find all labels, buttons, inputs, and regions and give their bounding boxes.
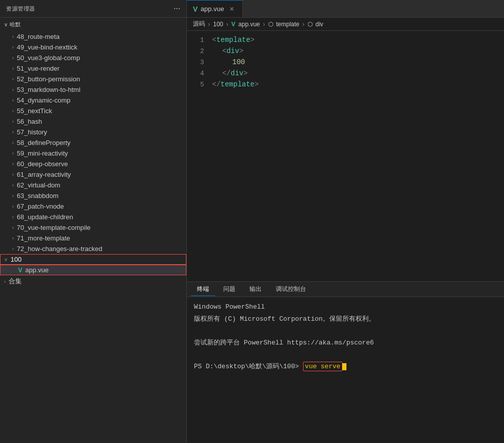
terminal-line-5 [194, 350, 497, 360]
sidebar-item-label: 68_update-children [17, 213, 73, 221]
terminal-command-highlight: vue serve [303, 362, 342, 371]
breadcrumb-source: 源码 [193, 20, 205, 28]
sidebar-header: 资源管理器 ··· [0, 0, 187, 17]
tab-close-button[interactable]: ✕ [227, 5, 236, 14]
code-editor[interactable]: 1 <template> 2 <div> 3 100 4 [187, 31, 504, 281]
terminal-line-3 [194, 326, 497, 336]
line-number-3: 3 [187, 59, 212, 66]
sidebar-item-59[interactable]: › 59_mini-reactivity [0, 148, 186, 159]
line-content-3: 100 [212, 58, 504, 66]
terminal-text: 版权所有 (C) Microsoft Corporation。保留所有权利。 [194, 315, 375, 323]
sidebar-item-label: 63_snabbdom [17, 192, 58, 200]
sidebar-item-52[interactable]: › 52_button-permission [0, 74, 186, 84]
sidebar-item-100[interactable]: ∨ 100 [0, 254, 186, 265]
sidebar-item-58[interactable]: › 58_defineProperty [0, 137, 186, 148]
sidebar-item-60[interactable]: › 60_deep-observe [0, 159, 186, 169]
vue-file-icon: V [18, 267, 22, 274]
top-bar: 资源管理器 ··· V app.vue ✕ [0, 0, 504, 18]
sidebar-item-label: 72_how-changes-are-tracked [17, 245, 102, 253]
sidebar-item-collection[interactable]: › 合集 [0, 275, 186, 287]
sidebar-item-label: 53_markdown-to-html [17, 86, 80, 93]
terminal-line-4: 尝试新的跨平台 PowerShell https://aka.ms/pscore… [194, 338, 497, 348]
chevron-icon: › [12, 204, 14, 209]
line-number-4: 4 [187, 70, 212, 77]
sidebar-item-label: 50_vue3-global-comp [17, 54, 80, 62]
sidebar-item-61[interactable]: › 61_array-reactivity [0, 169, 186, 180]
sidebar-item-label: 67_patch-vnode [17, 203, 64, 210]
sidebar-section-label: 哈默 [10, 21, 21, 28]
sidebar-item-49[interactable]: › 49_vue-bind-nexttick [0, 42, 186, 53]
sidebar-item-57[interactable]: › 57_history [0, 127, 186, 137]
breadcrumb-vue-icon: V [231, 21, 235, 28]
line-number-2: 2 [187, 47, 212, 55]
sidebar-folder-label: 100 [11, 256, 22, 263]
chevron-icon: › [12, 44, 14, 50]
breadcrumb-sep-3: › [263, 21, 265, 28]
chevron-icon: › [12, 97, 14, 103]
terminal-tabs: 终端 问题 输出 调试控制台 [187, 282, 504, 297]
code-line-5: 5 </template> [187, 80, 504, 91]
sidebar-item-62[interactable]: › 62_virtual-dom [0, 180, 186, 190]
main-layout: ∨ 哈默 › 48_route-meta › 49_vue-bind-nextt… [0, 18, 504, 443]
chevron-icon: › [12, 214, 14, 220]
breadcrumb-sep-4: › [303, 21, 305, 28]
terminal-content[interactable]: Windows PowerShell 版权所有 (C) Microsoft Co… [187, 297, 504, 443]
sidebar-item-label: 58_defineProperty [17, 139, 70, 146]
sidebar-item-51[interactable]: › 51_vue-render [0, 63, 186, 74]
chevron-icon: › [12, 108, 14, 114]
code-line-1: 1 <template> [187, 36, 504, 47]
sidebar-section-hammock[interactable]: ∨ 哈默 [0, 18, 186, 31]
chevron-icon: › [12, 172, 14, 177]
sidebar: ∨ 哈默 › 48_route-meta › 49_vue-bind-nextt… [0, 18, 187, 443]
chevron-icon: › [12, 151, 14, 156]
tab-app-vue[interactable]: V app.vue ✕ [187, 0, 243, 17]
sidebar-item-50[interactable]: › 50_vue3-global-comp [0, 53, 186, 63]
sidebar-item-71[interactable]: › 71_more-template [0, 233, 186, 243]
chevron-icon: › [12, 34, 14, 39]
terminal-text: 尝试新的跨平台 PowerShell https://aka.ms/pscore… [194, 339, 374, 347]
explorer-title: 资源管理器 [6, 5, 35, 13]
terminal-area: 终端 问题 输出 调试控制台 Windows PowerShell 版权所有 (… [187, 281, 504, 443]
terminal-line-2: 版权所有 (C) Microsoft Corporation。保留所有权利。 [194, 314, 497, 324]
explorer-menu-button[interactable]: ··· [174, 4, 180, 13]
folder-chevron-icon: ∨ [4, 257, 8, 262]
breadcrumb-sep-2: › [226, 21, 228, 28]
line-content-2: <div> [212, 47, 504, 55]
tab-vue-icon: V [193, 5, 197, 13]
chevron-icon: › [12, 182, 14, 188]
chevron-icon: › [12, 193, 14, 199]
sidebar-items-list: › 48_route-meta › 49_vue-bind-nexttick ›… [0, 31, 186, 443]
editor-area: 源码 › 100 › V app.vue › ⬡ template › ⬡ di… [187, 18, 504, 443]
sidebar-item-label: 51_vue-render [17, 65, 60, 72]
sidebar-item-56[interactable]: › 56_hash [0, 116, 186, 127]
sidebar-item-67[interactable]: › 67_patch-vnode [0, 201, 186, 212]
sidebar-item-70[interactable]: › 70_vue-template-compile [0, 222, 186, 233]
line-number-1: 1 [187, 36, 212, 44]
breadcrumb-div: div [316, 21, 323, 28]
terminal-tab-terminal[interactable]: 终端 [191, 283, 215, 296]
sidebar-item-label: 49_vue-bind-nexttick [17, 43, 77, 51]
sidebar-file-label: app.vue [25, 266, 48, 274]
line-content-5: </template> [212, 80, 504, 88]
sidebar-item-label: 59_mini-reactivity [17, 150, 68, 157]
sidebar-item-63[interactable]: › 63_snabbdom [0, 190, 186, 201]
terminal-tab-debug[interactable]: 调试控制台 [270, 283, 312, 296]
sidebar-item-54[interactable]: › 54_dynamic-comp [0, 95, 186, 106]
terminal-text: Windows PowerShell [194, 303, 265, 311]
terminal-tab-output[interactable]: 输出 [243, 283, 268, 296]
sidebar-item-68[interactable]: › 68_update-children [0, 212, 186, 222]
sidebar-item-app-vue[interactable]: V app.vue [0, 265, 186, 275]
sidebar-item-label: 56_hash [17, 118, 42, 125]
terminal-tab-problems[interactable]: 问题 [217, 283, 241, 296]
sidebar-item-53[interactable]: › 53_markdown-to-html [0, 84, 186, 95]
sidebar-item-label: 52_button-permission [17, 75, 80, 83]
chevron-icon: › [12, 161, 14, 167]
chevron-icon: › [12, 140, 14, 145]
sidebar-item-55[interactable]: › 55_nextTick [0, 106, 186, 116]
chevron-icon: › [12, 76, 14, 82]
sidebar-item-label: 55_nextTick [17, 107, 52, 115]
sidebar-item-72[interactable]: › 72_how-changes-are-tracked [0, 243, 186, 254]
sidebar-item-48[interactable]: › 48_route-meta [0, 31, 186, 42]
chevron-icon: › [12, 66, 14, 71]
sidebar-item-label: 57_history [17, 128, 47, 136]
